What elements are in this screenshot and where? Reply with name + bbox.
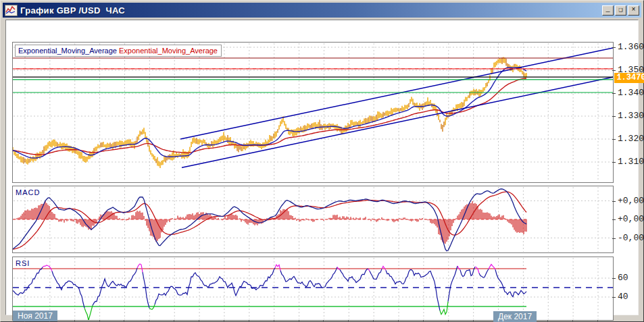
macd-axis-label: +0,000 [618,214,644,224]
price-axis-tick [612,139,616,140]
price-axis-label: 1.3300 [618,111,644,121]
price-axis-label: 1.3100 [618,157,644,167]
price-axis-label: 1.3400 [618,88,644,98]
month-badge-nov: Ноя 2017 [13,311,57,321]
ema-legend-red: Exponential_Moving_Average [119,47,218,55]
maximize-button[interactable]: ❑ [615,5,626,16]
window-title: График GBP /USD ЧАС [20,5,125,16]
close-button[interactable]: × [628,5,639,16]
price-axis-tick [612,47,616,48]
macd-canvas[interactable] [13,186,613,252]
price-axis-tick [612,162,616,163]
macd-axis-tick [612,238,616,239]
rsi-axis-label: 40 [618,292,628,302]
title-bar[interactable]: График GBP /USD ЧАС _ ❑ × [3,3,641,18]
indicator-legend: Exponential_Moving_Average Exponential_M… [15,45,222,57]
rsi-axis-tick [612,278,616,279]
rsi-label: RSI [16,259,30,267]
macd-panel[interactable]: MACD [12,186,614,253]
macd-axis-tick [612,219,616,220]
window-controls: _ ❑ × [602,5,641,16]
rsi-axis-tick [612,297,616,298]
rsi-axis-label: 60 [618,273,628,283]
price-axis-label: 1.3200 [618,134,644,144]
chart-client-area: Exponential_Moving_Average Exponential_M… [5,20,639,315]
macd-axis-label: -0,002 [618,233,644,243]
window-chart-icon [5,5,18,16]
price-axis-tick [612,116,616,117]
macd-label: MACD [16,188,40,196]
price-axis-tick [612,93,616,94]
macd-axis-label: +0,002 [618,196,644,206]
price-axis-tick [612,70,616,71]
minimize-button[interactable]: _ [602,5,614,16]
chart-icon-glyph [5,5,16,14]
app-window: График GBP /USD ЧАС _ ❑ × Exponential_Mo… [0,0,644,322]
price-axis-label: 1.3600 [618,42,644,52]
macd-axis-tick [612,201,616,202]
price-chart-panel[interactable]: Exponential_Moving_Average Exponential_M… [12,42,614,183]
current-price-tag: 1.3470 [614,73,644,83]
month-badge-dec: Дек 2017 [493,311,537,322]
ema-legend-blue: Exponential_Moving_Average [18,47,117,55]
price-chart-canvas[interactable] [13,43,613,182]
